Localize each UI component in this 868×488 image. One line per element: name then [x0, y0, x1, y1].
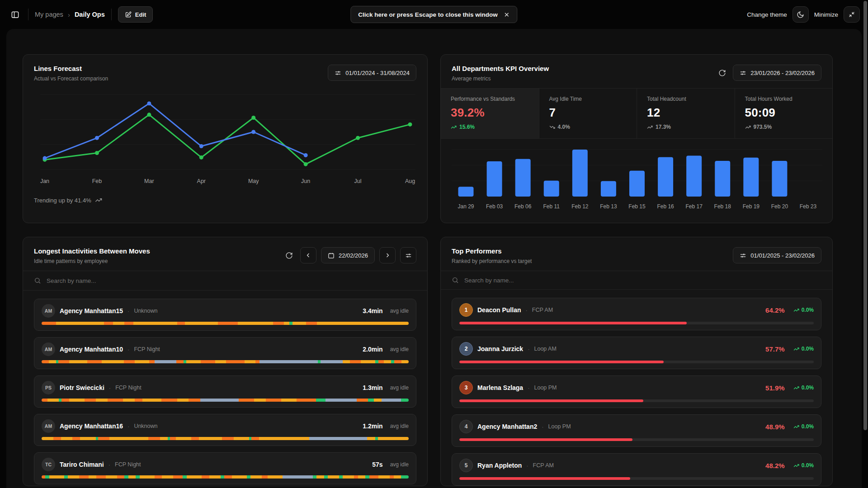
performance-bar-track	[459, 477, 814, 480]
timeline-segment	[177, 322, 184, 325]
kpi-date-range-button[interactable]: 23/01/2026 - 23/02/2026	[733, 65, 821, 81]
bar-x-label: Feb 20	[771, 203, 788, 210]
inactivities-date-button[interactable]: 22/02/2026	[321, 247, 375, 263]
timeline-segment	[268, 475, 283, 479]
inactivities-filter-button[interactable]	[400, 247, 416, 263]
top-performers-date-range: 01/01/2025 - 23/02/2026	[750, 252, 815, 259]
performance-bar-track	[459, 438, 814, 441]
performance-bar-fill	[459, 322, 687, 324]
inactivity-row[interactable]: PSPiotr Swiecicki·FCP Night1.3minavg idl…	[34, 375, 416, 408]
theme-toggle-button[interactable]	[793, 6, 809, 23]
performer-row[interactable]: 2Joanna Jurzick·Loop AM57.7%0.0%	[452, 337, 821, 369]
timeline-segment	[49, 475, 64, 479]
employee-name: Tariro Chimani	[60, 461, 104, 468]
timeline-segment	[394, 475, 401, 479]
performer-row[interactable]: 3Marlena Szlaga·Loop PM51.9%0.0%	[452, 375, 821, 408]
inactivities-subtitle: Idle time patterns by employee	[34, 258, 150, 264]
actual-line	[45, 103, 306, 158]
bar-x-label: Feb 18	[714, 203, 731, 210]
sidebar-panel-icon	[11, 10, 19, 19]
top-performers-date-range-button[interactable]: 01/01/2025 - 23/02/2026	[733, 247, 821, 263]
inactivity-row[interactable]: AMAgency Manhattan16·Unknown1.2minavg id…	[34, 414, 416, 446]
inactivities-search-input[interactable]	[47, 277, 416, 284]
bar-x-label: Feb 23	[800, 203, 817, 210]
avatar: AM	[42, 419, 55, 433]
performer-row[interactable]: 5Ryan Appleton·FCP AM48.2%0.0%	[452, 453, 821, 486]
kpi-card-1[interactable]: Avg Idle Time74.0%	[539, 89, 637, 138]
timeline-segment	[42, 399, 47, 402]
timeline-segment	[189, 399, 200, 402]
employee-dept: Unknown	[134, 308, 157, 314]
escape-close-banner[interactable]: Click here or press Escape to close this…	[350, 6, 517, 23]
performance-delta: 0.0%	[793, 346, 814, 352]
timeline-segment	[58, 360, 69, 363]
bar	[715, 161, 730, 197]
performance-bar-track	[459, 361, 814, 363]
inactivity-row[interactable]: AMAgency Manhattan10·FCP Night2.0minavg …	[34, 337, 416, 369]
timeline-segment	[170, 437, 176, 440]
performance-bar-fill	[459, 361, 664, 363]
timeline-segment	[42, 360, 49, 363]
lines-forecast-panel: Lines Forecast Actual vs Forecast compar…	[23, 54, 428, 223]
breadcrumb-parent[interactable]: My pages	[35, 11, 63, 18]
bar	[743, 158, 759, 197]
timeline-segment	[238, 322, 273, 325]
divider	[111, 9, 112, 20]
timeline-segment	[124, 475, 128, 479]
rank-badge: 3	[459, 381, 473, 394]
timeline-segment	[262, 475, 267, 479]
timeline-segment	[186, 360, 201, 363]
timeline-segment	[61, 437, 73, 440]
timeline-segment	[328, 475, 339, 479]
minimize-button[interactable]	[844, 6, 860, 23]
kpi-card-2[interactable]: Total Headcount1217.3%	[637, 89, 735, 138]
timeline-segment	[354, 475, 358, 479]
kpi-refresh-button[interactable]	[716, 65, 728, 81]
timeline-segment	[306, 322, 317, 325]
next-day-button[interactable]	[379, 247, 396, 263]
inactivity-row[interactable]: TCTariro Chimani·FCP Night57savg idle	[34, 452, 416, 484]
lines-forecast-date-range-button[interactable]: 01/01/2024 - 31/08/2024	[328, 65, 416, 81]
timeline-segment	[162, 475, 173, 479]
page-scrollbar[interactable]	[863, 0, 868, 488]
timeline-segment	[123, 399, 135, 402]
top-performers-search-input[interactable]	[464, 277, 821, 284]
prev-day-button[interactable]	[300, 247, 316, 263]
timeline-segment	[124, 360, 135, 363]
scrollbar-thumb[interactable]	[863, 1, 867, 430]
x-axis-label: Apr	[197, 178, 206, 184]
timeline-segment	[222, 437, 234, 440]
timeline-segment	[297, 399, 316, 402]
edit-button[interactable]: Edit	[118, 6, 153, 23]
timeline-segment	[187, 475, 202, 479]
edit-button-label: Edit	[135, 11, 146, 18]
inactivities-refresh-button[interactable]	[283, 247, 296, 263]
rank-badge: 5	[459, 459, 473, 472]
kpi-card-3[interactable]: Total Hours Worked50:09973.5%	[735, 89, 833, 138]
performer-row[interactable]: 4Agency Manhattan2·Loop PM48.9%0.0%	[452, 414, 821, 447]
performer-row[interactable]: 1Deacon Pullan·FCP AM64.2%0.0%	[452, 298, 821, 330]
timeline-segment	[87, 360, 102, 363]
employee-name: Agency Manhattan10	[60, 346, 123, 353]
trending-up-icon	[793, 346, 799, 352]
performance-pct: 48.9%	[765, 423, 785, 431]
avg-idle-label: avg idle	[390, 423, 409, 429]
separator-dot: ·	[528, 346, 529, 352]
separator-dot: ·	[109, 385, 111, 391]
inactivity-row[interactable]: AMAgency Manhattan15·Unknown3.4minavg id…	[34, 299, 416, 331]
timeline-segment	[358, 475, 366, 479]
timeline-segment	[85, 399, 96, 402]
timeline-segment	[378, 475, 390, 479]
kpi-delta: 4.0%	[549, 124, 627, 130]
timeline-segment	[124, 322, 133, 325]
sidebar-toggle-button[interactable]	[8, 8, 22, 21]
avatar: AM	[42, 343, 55, 356]
kpi-card-0[interactable]: Performance vs Standards39.2%15.6%	[441, 89, 539, 138]
timeline-segment	[255, 360, 260, 363]
top-performers-title: Top Performers	[452, 247, 532, 255]
close-icon[interactable]	[504, 12, 510, 18]
timeline-segment	[375, 360, 378, 363]
minimize-label: Minimize	[814, 11, 838, 18]
top-performers-subtitle: Ranked by performance vs target	[452, 258, 532, 264]
sliders-icon	[740, 70, 746, 76]
